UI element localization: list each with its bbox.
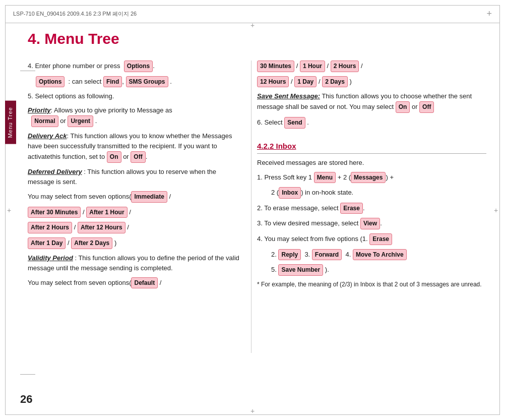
inbox-step1: 1. Press Soft key 1 Menu + 2 (Messages) … [257,172,486,184]
off-badge: Off [419,101,434,113]
menu-badge: Menu [314,172,336,184]
1hour-badge: 1 Hour [300,61,325,72]
after1h-badge: After 1 Hour [86,207,127,218]
header-text: LSP-710 EN_090416 2009.4.16 2:3 PM 페이지 2… [13,10,137,18]
after1d-badge: After 1 Day [28,237,66,249]
validity-para: Validity Period : This function allows y… [28,253,244,273]
erase2-badge: Erase [369,233,392,245]
12hours-badge: 12 Hours [257,76,289,88]
side-tab: Menu Tree [5,101,16,144]
options2-mid: : can select [69,78,102,85]
deco-line-bottom [20,374,35,375]
column-divider [251,61,251,353]
step5-text: 5. Select options as following. [28,91,244,101]
view-badge: View [360,218,380,229]
after12h-badge: After 12 Hours [78,222,125,233]
footnote: * For example, the meaning of (2/3) in I… [257,280,486,289]
left-column: 4. Enter phone number or press Options. … [28,61,244,292]
seven-options2-para: You may select from seven options(Defaul… [28,277,244,289]
footnote-text: * For example, the meaning of (2/3) in I… [257,281,482,288]
options2-suffix: . [170,78,172,85]
cross-bottom: + [248,407,257,415]
inbox-step4-row2: 2. Reply 3. Forward 4. Move To Archive [257,249,486,261]
cross-left: + [5,206,13,214]
section-divider [257,153,486,154]
after30-badge: After 30 Minutes [28,207,81,218]
deco-line-top [20,71,35,71]
page-title: 4. Menu Tree [28,30,119,47]
step4-text: 4. Enter phone number or press [28,62,120,70]
on-badge: On [396,101,410,113]
priority-head: Priority [28,106,51,114]
inbox-step1-cont: 2 (Inbox) in on-hook state. [257,187,486,199]
urgent-badge: Urgent [68,115,93,127]
save-sent-para: Save Sent Message: This function allows … [257,91,486,113]
send-badge: Send [284,117,305,129]
save-sent-head: Save Sent Message: [257,92,320,100]
find-badge: Find [103,76,122,88]
inbox-step4-row1: 4. You may select from five options (1. … [257,233,486,245]
off1-badge: Off [131,151,145,163]
inbox-badge: Inbox [279,187,301,199]
delivery-head: Delivery Ack [28,132,67,140]
step6-para: 6. Select Send . [257,117,486,129]
cross-right: + [492,206,500,214]
after2d-badge: After 2 Days [71,237,112,249]
default-badge: Default [131,277,158,289]
subsection-title: 4.2.2 Inbox [257,142,486,150]
step4-suffix: . [153,62,155,70]
2hours-badge: 2 Hours [331,61,359,72]
immediate-badge: Immediate [131,191,167,203]
validity-options-row1: 30 Minutes / 1 Hour / 2 Hours / [257,61,486,72]
reply-badge: Reply [278,249,301,261]
page-number: 26 [20,393,32,406]
normal-badge: Normal [31,115,58,127]
erase1-badge: Erase [340,203,363,214]
options-row1: After 30 Minutes / After 1 Hour / [28,207,244,218]
deferred-head: Deferred Delivery [28,168,82,175]
1day-badge: 1 Day [294,76,317,88]
options2-para: Options : can select Find, SMS Groups . [28,76,244,88]
messages-badge: Messages [351,172,386,184]
inbox-step2: 2. To erase message, select Erase. [257,203,486,214]
on1-badge: On [107,151,121,163]
inbox-step4-row3: 5. Save Number ). [257,264,486,276]
options-row2: After 2 Hours / After 12 Hours / [28,222,244,233]
save-number-badge: Save Number [278,264,323,276]
validity-options-row2: 12 Hours / 1 Day / 2 Days ) [257,76,486,88]
sms-groups-badge: SMS Groups [126,76,168,88]
inbox-intro: Received messages are stored here. [257,158,486,168]
header-bar: LSP-710 EN_090416 2009.4.16 2:3 PM 페이지 2… [5,5,500,23]
delivery-para: Delivery Ack: This function allows you t… [28,131,244,163]
2days-badge: 2 Days [322,76,348,88]
step4-para: 4. Enter phone number or press Options. [28,61,244,72]
priority-para: Priority: Allows you to give priority to… [28,105,244,127]
validity-head: Validity Period [28,254,73,262]
right-column: 30 Minutes / 1 Hour / 2 Hours / 12 Hours… [257,61,486,293]
options1-badge: Options [124,61,153,72]
forward-badge: Forward [312,249,342,261]
move-archive-badge: Move To Archive [353,249,407,261]
comma: , [122,78,124,85]
30min-badge: 30 Minutes [257,61,294,72]
inbox-step3: 3. To view desired message, select View. [257,218,486,229]
after2h-badge: After 2 Hours [28,222,72,233]
options-row3: After 1 Day / After 2 Days ) [28,237,244,249]
options2-badge: Options [36,76,65,88]
deferred-para: Deferred Delivery : This function allows… [28,167,244,187]
seven-options-para: You may select from seven options(Immedi… [28,191,244,203]
